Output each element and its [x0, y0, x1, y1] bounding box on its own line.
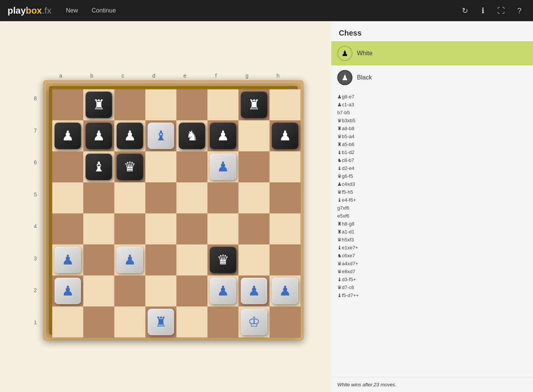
- square-g8[interactable]: ♜: [238, 89, 270, 120]
- square-f5[interactable]: [207, 182, 238, 213]
- square-c7[interactable]: ♟: [114, 120, 145, 151]
- refresh-icon[interactable]: ↻: [459, 5, 471, 17]
- piece-a7-pawn[interactable]: ♟: [55, 123, 81, 149]
- square-f7[interactable]: ♟: [207, 120, 238, 151]
- piece-b8-rook[interactable]: ♜: [86, 92, 112, 118]
- square-d4[interactable]: [145, 213, 176, 244]
- avatar-black: ♟: [337, 70, 352, 85]
- square-b4[interactable]: [83, 213, 114, 244]
- piece-b6-bishop[interactable]: ♝: [86, 154, 112, 180]
- square-g1[interactable]: ♔: [238, 306, 270, 338]
- square-b2[interactable]: [83, 275, 114, 306]
- piece-c3-pawn[interactable]: ♟: [117, 247, 143, 273]
- square-g6[interactable]: [238, 151, 270, 182]
- square-f4[interactable]: [207, 213, 238, 244]
- piece-f2-pawn[interactable]: ♟: [210, 278, 236, 304]
- square-d2[interactable]: [145, 275, 176, 306]
- square-b7[interactable]: ♟: [83, 120, 114, 151]
- piece-g1-king[interactable]: ♔: [241, 309, 267, 335]
- square-e8[interactable]: [176, 89, 207, 120]
- square-b1[interactable]: [83, 306, 114, 338]
- piece-c7-pawn[interactable]: ♟: [117, 123, 143, 149]
- piece-c6-queen[interactable]: ♛: [117, 154, 143, 180]
- square-c2[interactable]: [114, 275, 145, 306]
- square-a4[interactable]: [52, 213, 83, 244]
- piece-d7-bishop[interactable]: ♝: [148, 123, 174, 149]
- square-h6[interactable]: [270, 151, 301, 182]
- square-e7[interactable]: ♞: [176, 120, 207, 151]
- square-d6[interactable]: [145, 151, 176, 182]
- chess-board[interactable]: ♜ ♜ ♟ ♟ ♟ ♝ ♞ ♟: [49, 86, 298, 334]
- square-a5[interactable]: [52, 182, 83, 213]
- square-c4[interactable]: [114, 213, 145, 244]
- move-item: ♝e4-f6+: [337, 196, 527, 204]
- square-d5[interactable]: [145, 182, 176, 213]
- square-g5[interactable]: [238, 182, 270, 213]
- piece-e7-knight[interactable]: ♞: [179, 123, 205, 149]
- move-item: ♛e8xd7: [337, 268, 527, 275]
- square-f1[interactable]: [207, 306, 238, 338]
- piece-f3-king[interactable]: ♛: [210, 247, 236, 273]
- piece-g8-rook[interactable]: ♜: [241, 92, 267, 118]
- square-b5[interactable]: [83, 182, 114, 213]
- nav-new[interactable]: New: [63, 6, 81, 16]
- square-e2[interactable]: [176, 275, 207, 306]
- square-g7[interactable]: [238, 120, 270, 151]
- fullscreen-icon[interactable]: ⛶: [495, 5, 507, 17]
- square-f3[interactable]: ♛: [207, 244, 238, 275]
- help-icon[interactable]: ?: [513, 5, 525, 17]
- square-e4[interactable]: [176, 213, 207, 244]
- square-b6[interactable]: ♝: [83, 151, 114, 182]
- player-white[interactable]: ♟ White: [331, 41, 533, 65]
- square-e1[interactable]: [176, 306, 207, 338]
- piece-h7-pawn[interactable]: ♟: [272, 123, 298, 149]
- piece-d1-rook[interactable]: ♜: [148, 309, 174, 335]
- square-h3[interactable]: [270, 244, 301, 275]
- square-h7[interactable]: ♟: [270, 120, 301, 151]
- piece-g2-pawn[interactable]: ♟: [241, 278, 267, 304]
- piece-f6-pawn[interactable]: ♟: [210, 154, 236, 180]
- piece-b7-pawn[interactable]: ♟: [86, 123, 112, 149]
- piece-f7-pawn[interactable]: ♟: [210, 123, 236, 149]
- square-e3[interactable]: [176, 244, 207, 275]
- square-a8[interactable]: [52, 89, 83, 120]
- square-f8[interactable]: [207, 89, 238, 120]
- square-d7[interactable]: ♝: [145, 120, 176, 151]
- move-item: ♛f5-h5: [337, 188, 527, 196]
- square-e5[interactable]: [176, 182, 207, 213]
- square-h8[interactable]: [270, 89, 301, 120]
- square-c3[interactable]: ♟: [114, 244, 145, 275]
- piece-h2-pawn[interactable]: ♟: [272, 278, 298, 304]
- player-black[interactable]: ♟ Black: [331, 65, 533, 90]
- square-h5[interactable]: [270, 182, 301, 213]
- square-d3[interactable]: [145, 244, 176, 275]
- square-f2[interactable]: ♟: [207, 275, 238, 306]
- square-a6[interactable]: [52, 151, 83, 182]
- square-c5[interactable]: [114, 182, 145, 213]
- square-h4[interactable]: [270, 213, 301, 244]
- piece-a2-pawn[interactable]: ♟: [55, 278, 81, 304]
- square-d1[interactable]: ♜: [145, 306, 176, 338]
- square-g3[interactable]: [238, 244, 270, 275]
- square-b3[interactable]: [83, 244, 114, 275]
- square-f6[interactable]: ♟: [207, 151, 238, 182]
- square-c8[interactable]: [114, 89, 145, 120]
- square-a3[interactable]: ♟: [52, 244, 83, 275]
- square-c1[interactable]: [114, 306, 145, 338]
- square-h1[interactable]: [270, 306, 301, 338]
- square-a2[interactable]: ♟: [52, 275, 83, 306]
- square-e6[interactable]: [176, 151, 207, 182]
- info-icon[interactable]: ℹ: [477, 5, 489, 17]
- square-a7[interactable]: ♟: [52, 120, 83, 151]
- square-d8[interactable]: [145, 89, 176, 120]
- square-c6[interactable]: ♛: [114, 151, 145, 182]
- square-b8[interactable]: ♜: [83, 89, 114, 120]
- rank-5: 5: [28, 179, 43, 210]
- moves-list[interactable]: ♟g8-e7♟c1-a3b7-b5♛b3xb5♜a8-b8♛b5-a4♜a5-b…: [331, 90, 533, 377]
- square-h2[interactable]: ♟: [270, 275, 301, 306]
- square-g4[interactable]: [238, 213, 270, 244]
- piece-a3-pawn[interactable]: ♟: [55, 247, 81, 273]
- square-g2[interactable]: ♟: [238, 275, 270, 306]
- square-a1[interactable]: [52, 306, 83, 338]
- nav-continue[interactable]: Continue: [89, 6, 119, 16]
